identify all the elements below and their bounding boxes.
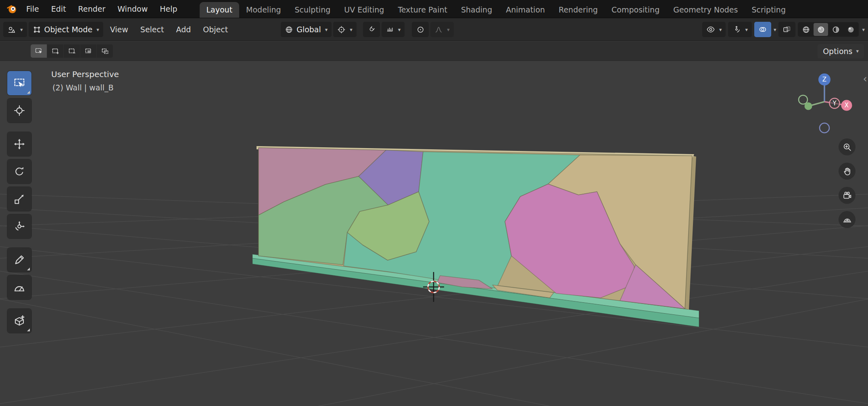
gizmo-x-label: X <box>845 102 849 109</box>
object-visibility-select[interactable]: ▾ <box>702 22 726 37</box>
zoom-button[interactable] <box>839 138 855 155</box>
eye-icon <box>706 25 715 34</box>
select-mode-intersect-button[interactable] <box>97 44 113 58</box>
tab-sculpting[interactable]: Sculpting <box>288 2 338 18</box>
menu-window[interactable]: Window <box>111 0 154 18</box>
sidebar-collapse-arrow[interactable]: ‹ <box>863 73 867 84</box>
tab-scripting[interactable]: Scripting <box>745 2 793 18</box>
tool-move[interactable] <box>7 132 31 156</box>
shading-solid-button[interactable] <box>814 23 828 36</box>
chevron-down-icon: ▾ <box>325 27 328 33</box>
tool-cursor[interactable] <box>7 98 31 123</box>
xray-icon <box>782 25 791 34</box>
mode-select-label: Object Mode <box>44 25 93 34</box>
tab-animation[interactable]: Animation <box>499 2 552 18</box>
menu-render[interactable]: Render <box>72 0 112 18</box>
tool-measure[interactable] <box>7 275 31 299</box>
orthographic-grid-button[interactable] <box>839 211 855 228</box>
chevron-down-icon: ▾ <box>398 27 401 33</box>
topbar: File Edit Render Window Help Layout Mode… <box>0 0 868 18</box>
chevron-down-icon: ▾ <box>447 27 450 33</box>
pivot-point-select[interactable]: ▾ <box>333 22 357 37</box>
editor-type-3d-viewport-icon <box>7 25 16 34</box>
workspace-tabs: Layout Modeling Sculpting UV Editing Tex… <box>200 2 793 18</box>
magnet-icon <box>367 25 376 34</box>
navigation-gizmo[interactable]: Y X Z <box>790 68 860 138</box>
tool-rotate[interactable] <box>7 159 31 184</box>
tool-settings-bar: Options ▾ <box>0 42 868 61</box>
proportional-editing-toggle[interactable] <box>412 22 429 37</box>
tab-shading[interactable]: Shading <box>454 2 499 18</box>
chevron-down-icon: ▾ <box>862 27 865 33</box>
falloff-curve-icon <box>434 25 443 34</box>
xray-toggle[interactable] <box>778 22 795 37</box>
pan-hand-button[interactable] <box>839 163 855 180</box>
select-mode-subtract-button[interactable] <box>64 44 80 58</box>
tab-geometry-nodes[interactable]: Geometry Nodes <box>666 2 745 18</box>
transform-orientation-select[interactable]: Global ▾ <box>281 22 332 37</box>
gizmo-y-label: Y <box>832 100 837 107</box>
gizmo-z-label: Z <box>822 76 826 83</box>
camera-view-button[interactable] <box>839 187 855 204</box>
chevron-down-icon: ▾ <box>745 27 748 33</box>
snap-target-select[interactable]: ▾ <box>382 22 405 37</box>
chevron-down-icon: ▾ <box>774 27 776 33</box>
select-mode-extend-button[interactable] <box>47 44 63 58</box>
menu-edit[interactable]: Edit <box>45 0 72 18</box>
gizmos-select[interactable]: ▾ <box>728 22 752 37</box>
proportional-editing-icon <box>416 25 425 34</box>
editor-type-select[interactable]: ▾ <box>3 22 27 37</box>
tab-rendering[interactable]: Rendering <box>552 2 605 18</box>
viewport-display-controls: ▾ ▾ ▾ <box>702 22 865 37</box>
chevron-down-icon: ▾ <box>96 27 99 33</box>
gizmo-axis-z-neg[interactable] <box>820 123 829 133</box>
active-object-label: (2) Wall | wall_B <box>52 83 113 92</box>
tool-transform[interactable] <box>7 214 31 239</box>
view-perspective-label: User Perspective <box>51 69 119 79</box>
overlays-toggle[interactable] <box>754 22 771 37</box>
chevron-down-icon: ▾ <box>719 27 722 33</box>
viewport-header: ▾ Object Mode ▾ View Select Add Object G… <box>0 18 868 41</box>
select-mode-group <box>31 44 113 58</box>
select-mode-set-button[interactable] <box>31 44 47 58</box>
snap-increment-icon <box>386 25 394 34</box>
proportional-falloff-select[interactable]: ▾ <box>430 22 454 37</box>
menu-file[interactable]: File <box>20 0 45 18</box>
menu-select[interactable]: Select <box>135 22 169 37</box>
select-mode-invert-button[interactable] <box>80 44 96 58</box>
menu-help[interactable]: Help <box>154 0 183 18</box>
tool-annotate[interactable] <box>7 248 31 272</box>
gizmo-icon <box>732 25 741 34</box>
pivot-point-icon <box>337 25 346 34</box>
tab-layout[interactable]: Layout <box>200 2 240 18</box>
gizmo-axis-neg[interactable] <box>799 95 807 104</box>
tab-uv-editing[interactable]: UV Editing <box>337 2 391 18</box>
menu-add[interactable]: Add <box>171 22 196 37</box>
chevron-down-icon: ▾ <box>856 48 859 54</box>
blender-window: File Edit Render Window Help Layout Mode… <box>0 0 868 406</box>
tool-add-cube[interactable] <box>7 309 31 333</box>
object-mode-icon <box>33 25 41 34</box>
options-dropdown[interactable]: Options ▾ <box>818 44 864 59</box>
tab-texture-paint[interactable]: Texture Paint <box>391 2 454 18</box>
shading-mode-group <box>798 22 859 37</box>
tab-modeling[interactable]: Modeling <box>239 2 288 18</box>
tab-compositing[interactable]: Compositing <box>605 2 666 18</box>
menu-object[interactable]: Object <box>198 22 233 37</box>
tool-scale[interactable] <box>7 187 31 211</box>
mode-select[interactable]: Object Mode ▾ <box>29 22 103 37</box>
gizmo-axis-y-neg[interactable] <box>805 103 812 110</box>
tool-select-box[interactable] <box>7 71 31 95</box>
global-orientation-icon <box>285 25 293 34</box>
shading-wireframe-button[interactable] <box>799 23 813 36</box>
shading-material-button[interactable] <box>828 23 843 36</box>
orientation-label: Global <box>296 25 321 34</box>
shading-rendered-button[interactable] <box>843 23 858 36</box>
overlays-icon <box>758 25 767 34</box>
toolbar <box>7 71 31 342</box>
options-label: Options <box>823 47 852 56</box>
snap-toggle[interactable] <box>363 22 380 37</box>
menu-view[interactable]: View <box>105 22 134 37</box>
blender-logo[interactable] <box>5 3 19 15</box>
chevron-down-icon: ▾ <box>20 27 23 33</box>
